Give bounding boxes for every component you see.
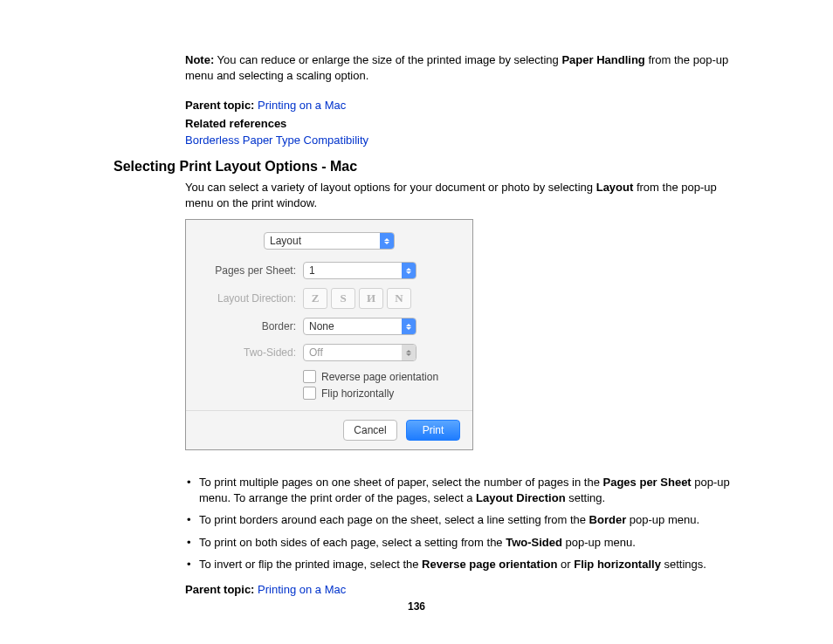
border-row: Border: None [202, 318, 457, 335]
flip-horizontally-checkbox[interactable] [303, 387, 316, 400]
note-bold-term: Paper Handling [561, 53, 644, 66]
parent-topic-link[interactable]: Printing on a Mac [258, 99, 346, 112]
two-sided-dropdown[interactable]: Off [303, 344, 416, 361]
layout-direction-option-2[interactable]: S [331, 288, 355, 309]
layout-direction-buttons: Z S И N [303, 288, 411, 309]
border-value: None [304, 320, 402, 332]
parent-topic-link-2[interactable]: Printing on a Mac [258, 583, 346, 596]
related-references-link[interactable]: Borderless Paper Type Compatibility [185, 134, 746, 147]
updown-arrow-icon [402, 263, 416, 278]
parent-topic-label: Parent topic: [185, 99, 254, 112]
pages-per-sheet-value: 1 [304, 264, 402, 277]
related-references-label: Related references [185, 117, 746, 130]
bullet-4: To invert or flip the printed image, sel… [185, 557, 746, 572]
layout-direction-option-4[interactable]: N [387, 288, 411, 309]
updown-arrow-icon [402, 319, 416, 334]
dialog-footer: Cancel Print [186, 410, 472, 449]
bullet-3: To print on both sides of each page, sel… [185, 535, 746, 551]
intro-before: You can select a variety of layout optio… [185, 181, 596, 194]
cancel-button[interactable]: Cancel [343, 420, 397, 441]
border-label: Border: [202, 320, 303, 332]
pages-per-sheet-dropdown[interactable]: 1 [303, 262, 416, 279]
layout-direction-label: Layout Direction: [202, 292, 303, 305]
updown-arrow-icon [402, 345, 416, 360]
reverse-orientation-checkbox-row: Reverse page orientation [303, 370, 457, 383]
layout-menu-value: Layout [265, 235, 380, 247]
layout-direction-option-1[interactable]: Z [303, 288, 327, 309]
note-text-1: You can reduce or enlarge the size of th… [214, 53, 561, 66]
intro-paragraph: You can select a variety of layout optio… [185, 180, 746, 210]
reverse-orientation-label: Reverse page orientation [321, 371, 438, 383]
bullet-1: To print multiple pages on one sheet of … [185, 475, 746, 505]
reverse-orientation-checkbox[interactable] [303, 370, 316, 383]
document-page: Note: You can reduce or enlarge the size… [0, 0, 833, 644]
border-dropdown[interactable]: None [303, 318, 416, 335]
updown-arrow-icon [380, 233, 394, 249]
intro-bold: Layout [596, 181, 634, 194]
two-sided-value: Off [304, 346, 402, 359]
page-number: 136 [0, 600, 833, 613]
two-sided-label: Two-Sided: [202, 346, 303, 359]
bullet-2: To print borders around each page on the… [185, 512, 746, 528]
flip-horizontally-label: Flip horizontally [321, 387, 394, 400]
parent-topic-label-2: Parent topic: [185, 583, 254, 596]
layout-menu-dropdown[interactable]: Layout [264, 232, 395, 250]
layout-direction-row: Layout Direction: Z S И N [202, 288, 457, 309]
section-heading: Selecting Print Layout Options - Mac [114, 159, 746, 175]
print-button[interactable]: Print [406, 420, 460, 441]
dialog-body: Layout Pages per Sheet: 1 Layout Directi… [186, 220, 472, 410]
layout-direction-option-3[interactable]: И [359, 288, 383, 309]
pages-per-sheet-label: Pages per Sheet: [202, 264, 303, 277]
parent-topic-row: Parent topic: Printing on a Mac [185, 99, 746, 112]
flip-horizontally-checkbox-row: Flip horizontally [303, 387, 457, 400]
note-label: Note: [185, 53, 214, 66]
two-sided-row: Two-Sided: Off [202, 344, 457, 361]
instruction-list: To print multiple pages on one sheet of … [185, 475, 746, 572]
print-layout-dialog: Layout Pages per Sheet: 1 Layout Directi… [185, 219, 473, 450]
parent-topic-row-2: Parent topic: Printing on a Mac [185, 583, 746, 596]
note-paragraph: Note: You can reduce or enlarge the size… [185, 52, 746, 83]
pages-per-sheet-row: Pages per Sheet: 1 [202, 262, 457, 279]
